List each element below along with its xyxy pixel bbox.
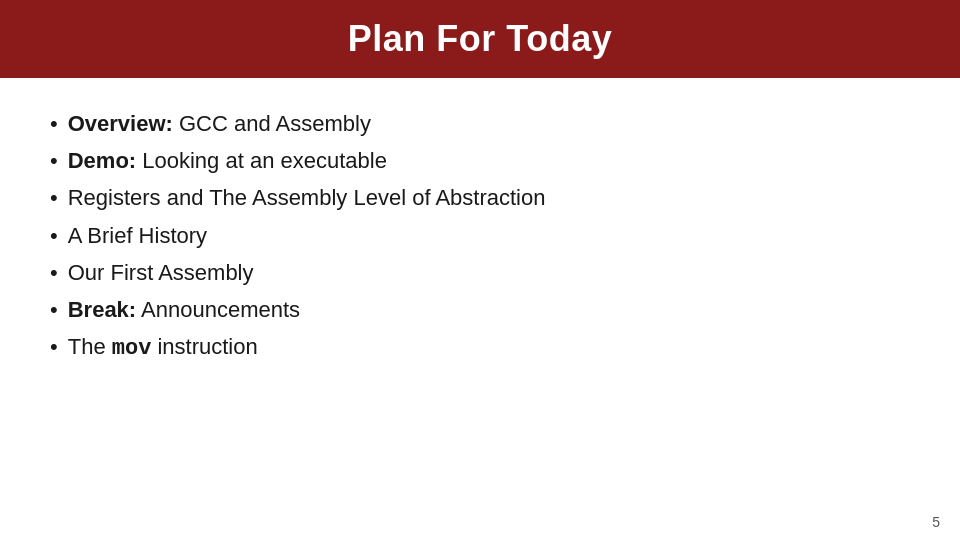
bullet-mov-text: The mov instruction <box>68 329 258 366</box>
bullet-overview-text: Overview: GCC and Assembly <box>68 106 371 141</box>
bullet-dot-5: • <box>50 255 58 290</box>
bullet-mov: • The mov instruction <box>50 329 910 366</box>
content-area: • Overview: GCC and Assembly • Demo: Loo… <box>0 78 960 540</box>
slide-title: Plan For Today <box>348 18 612 60</box>
bullet-dot-3: • <box>50 180 58 215</box>
bullet-dot-4: • <box>50 218 58 253</box>
bullet-demo: • Demo: Looking at an executable <box>50 143 910 178</box>
bullet-dot-6: • <box>50 292 58 327</box>
bullet-dot-2: • <box>50 143 58 178</box>
mov-keyword: mov <box>112 336 152 361</box>
bullet-list: • Overview: GCC and Assembly • Demo: Loo… <box>50 106 910 366</box>
bullet-registers-text: Registers and The Assembly Level of Abst… <box>68 180 546 215</box>
title-bar: Plan For Today <box>0 0 960 78</box>
bullet-brief-history: • A Brief History <box>50 218 910 253</box>
bullet-first-assembly-text: Our First Assembly <box>68 255 254 290</box>
bullet-first-assembly: • Our First Assembly <box>50 255 910 290</box>
demo-text: Looking at an executable <box>136 148 387 173</box>
break-text: Announcements <box>136 297 300 322</box>
mov-suffix: instruction <box>151 334 257 359</box>
bullet-dot-7: • <box>50 329 58 364</box>
overview-text: GCC and Assembly <box>173 111 371 136</box>
bullet-break: • Break: Announcements <box>50 292 910 327</box>
mov-prefix: The <box>68 334 112 359</box>
slide-container: Plan For Today • Overview: GCC and Assem… <box>0 0 960 540</box>
demo-label: Demo: <box>68 148 136 173</box>
slide-number: 5 <box>932 514 940 530</box>
bullet-demo-text: Demo: Looking at an executable <box>68 143 387 178</box>
bullet-overview: • Overview: GCC and Assembly <box>50 106 910 141</box>
bullet-registers: • Registers and The Assembly Level of Ab… <box>50 180 910 215</box>
bullet-dot-1: • <box>50 106 58 141</box>
overview-label: Overview: <box>68 111 173 136</box>
bullet-break-text: Break: Announcements <box>68 292 300 327</box>
break-label: Break: <box>68 297 136 322</box>
bullet-brief-history-text: A Brief History <box>68 218 207 253</box>
